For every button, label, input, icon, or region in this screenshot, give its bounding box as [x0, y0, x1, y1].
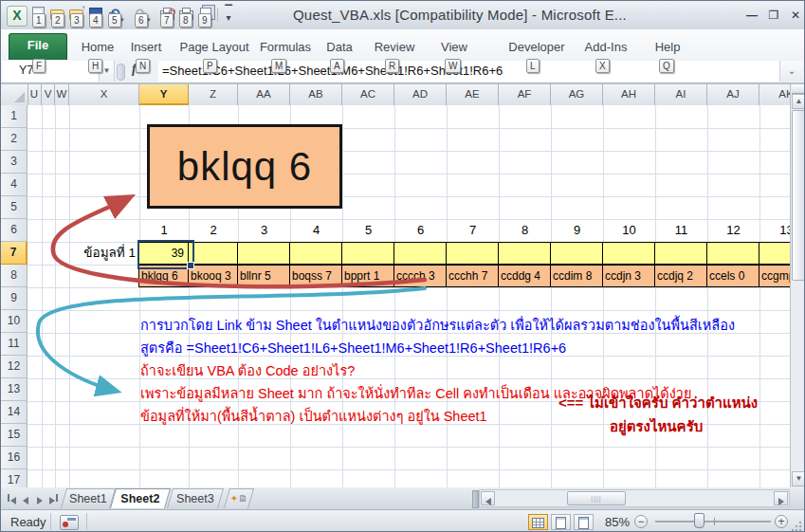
cell-yellow[interactable]: [289, 242, 342, 265]
normal-view-button[interactable]: [528, 514, 548, 530]
cell-yellow[interactable]: [602, 242, 655, 265]
row-header-7[interactable]: 7: [1, 242, 27, 265]
expand-formula-bar-icon[interactable]: ⌄: [779, 61, 803, 82]
cell-brown[interactable]: cccch 3: [393, 265, 447, 287]
row-header-13[interactable]: 13: [1, 378, 27, 401]
zoom-slider-thumb[interactable]: [694, 513, 704, 528]
column-header-X[interactable]: X: [69, 84, 139, 105]
row-header-3[interactable]: 3: [1, 151, 27, 174]
column-header-W[interactable]: W: [55, 84, 69, 105]
ribbon-tab-home[interactable]: Home: [76, 36, 119, 59]
page-break-view-button[interactable]: [574, 514, 594, 530]
cell-brown[interactable]: ccdjn 3: [602, 265, 655, 287]
cell-brown[interactable]: ccdjq 2: [654, 265, 707, 287]
scroll-left-icon[interactable]: [481, 491, 495, 505]
close-button[interactable]: ✕: [786, 9, 805, 24]
last-sheet-icon[interactable]: [47, 491, 61, 505]
vertical-scroll-thumb[interactable]: [792, 110, 805, 281]
cell-number[interactable]: 4: [290, 219, 342, 242]
cell-yellow[interactable]: [446, 242, 499, 265]
zoom-out-icon[interactable]: −: [634, 515, 648, 528]
row-header-1[interactable]: 1: [1, 105, 27, 128]
fill-handle[interactable]: [187, 262, 194, 269]
cell-number[interactable]: 12: [707, 219, 759, 242]
column-header-U[interactable]: U: [27, 84, 42, 105]
column-header-AB[interactable]: AB: [290, 84, 342, 105]
ribbon-tab-data[interactable]: Data: [320, 36, 359, 59]
first-sheet-icon[interactable]: [5, 491, 18, 505]
column-header-Z[interactable]: Z: [189, 84, 238, 105]
cell-yellow[interactable]: [706, 242, 759, 265]
formula-input[interactable]: =Sheet1!C6+Sheet1!L6+Sheet1!M6+Sheet1!R6…: [158, 61, 779, 82]
row-header-15[interactable]: 15: [1, 424, 27, 447]
previous-sheet-icon[interactable]: [19, 491, 32, 505]
column-header-AE[interactable]: AE: [447, 84, 499, 105]
zoom-level[interactable]: 85%: [605, 515, 630, 529]
row-header-6[interactable]: 6: [1, 219, 27, 242]
cell-brown[interactable]: ccels 0: [706, 265, 759, 287]
column-header-AF[interactable]: AF: [499, 84, 551, 105]
page-layout-view-button[interactable]: [551, 514, 571, 530]
row-header-8[interactable]: 8: [1, 265, 27, 287]
horizontal-scroll-thumb[interactable]: ||||: [567, 491, 626, 505]
cell-number[interactable]: 9: [551, 219, 603, 242]
sheet-tab-sheet1[interactable]: Sheet1: [61, 488, 116, 508]
callout-shape[interactable]: bklqq 6: [147, 124, 342, 209]
cell-brown[interactable]: boqss 7: [289, 265, 342, 287]
cell-brown[interactable]: ccgmp: [759, 265, 790, 287]
cell-number[interactable]: 11: [655, 219, 707, 242]
cell-yellow[interactable]: [654, 242, 707, 265]
insert-worksheet-tab[interactable]: ✦🗎: [224, 488, 254, 508]
ribbon-tab-developer[interactable]: Developer: [505, 36, 568, 59]
column-header-AK[interactable]: AK: [759, 84, 790, 105]
zoom-in-icon[interactable]: +: [775, 515, 788, 528]
cell-yellow[interactable]: [393, 242, 447, 265]
cell-brown[interactable]: ccddg 4: [498, 265, 551, 287]
name-box-splitter[interactable]: [117, 64, 125, 81]
row-header-17[interactable]: 17: [1, 469, 27, 487]
cell-yellow[interactable]: [759, 242, 790, 265]
column-header-AA[interactable]: AA: [238, 84, 290, 105]
select-all-corner[interactable]: [1, 84, 28, 105]
cell-number[interactable]: 7: [447, 219, 499, 242]
scroll-down-icon[interactable]: ▼: [792, 471, 805, 486]
ribbon-tab-insert[interactable]: Insert: [125, 36, 167, 59]
restore-button[interactable]: ❐: [764, 9, 783, 24]
row-header-12[interactable]: 12: [1, 356, 27, 378]
macro-record-icon[interactable]: [60, 515, 79, 530]
cell-number[interactable]: 3: [238, 219, 290, 242]
ribbon-tab-formulas[interactable]: Formulas: [257, 36, 314, 59]
ribbon-tab-file[interactable]: File: [9, 33, 67, 60]
column-header-V[interactable]: V: [42, 84, 55, 105]
cell-row7-label[interactable]: ข้อมูลที่ 1: [69, 242, 136, 265]
cell-number[interactable]: 8: [499, 219, 551, 242]
column-header-AH[interactable]: AH: [603, 84, 655, 105]
spreadsheet-grid[interactable]: 1234567891011121314151617 12345678910111…: [1, 105, 790, 487]
ribbon-tab-view[interactable]: View: [433, 36, 475, 59]
horizontal-scrollbar[interactable]: ||||: [479, 489, 790, 507]
column-header-AC[interactable]: AC: [342, 84, 394, 105]
scroll-right-icon[interactable]: [774, 491, 788, 505]
cell-yellow[interactable]: [498, 242, 551, 265]
row-header-4[interactable]: 4: [1, 174, 27, 196]
ribbon-tab-help[interactable]: Help: [648, 36, 687, 59]
cell-number[interactable]: 1: [139, 219, 189, 242]
minimize-button[interactable]: —: [742, 9, 761, 24]
column-header-AG[interactable]: AG: [551, 84, 603, 105]
customize-qat-icon[interactable]: ▔▾: [221, 7, 236, 23]
cell-yellow[interactable]: [188, 242, 238, 265]
sheet-tab-sheet2[interactable]: Sheet2: [110, 488, 171, 508]
row-header-5[interactable]: 5: [1, 196, 27, 219]
row-header-10[interactable]: 10: [1, 310, 27, 333]
cell-number[interactable]: 13: [759, 219, 790, 242]
row-header-14[interactable]: 14: [1, 401, 27, 424]
tab-splitter[interactable]: [472, 490, 479, 508]
excel-logo-icon[interactable]: X: [7, 6, 27, 27]
name-box[interactable]: Y7: [2, 61, 100, 82]
cell-yellow[interactable]: [550, 242, 603, 265]
column-header-Y[interactable]: Y: [139, 84, 189, 105]
column-header-AJ[interactable]: AJ: [707, 84, 759, 105]
cell-number[interactable]: 5: [342, 219, 394, 242]
vertical-scrollbar[interactable]: ▲ ▼: [790, 84, 805, 487]
cell-yellow[interactable]: [237, 242, 290, 265]
